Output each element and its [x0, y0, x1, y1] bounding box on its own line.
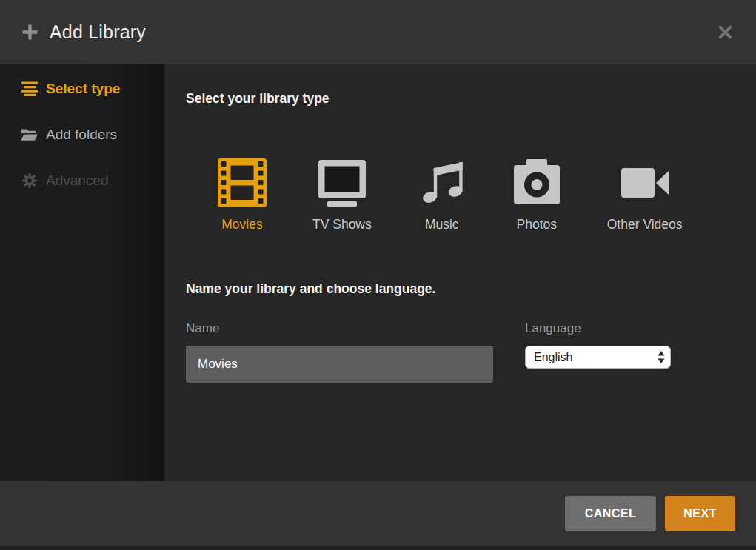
sidebar-item-add-folders[interactable]: Add folders	[0, 115, 164, 155]
dialog-header: Add Library	[0, 0, 756, 64]
library-type-label: Music	[425, 217, 459, 232]
select-arrows-icon	[658, 351, 665, 363]
gear-icon	[21, 173, 38, 188]
film-icon	[218, 158, 267, 207]
language-field-group: Language English	[525, 321, 671, 383]
sidebar-item-label: Add folders	[46, 126, 117, 144]
close-icon	[717, 24, 733, 40]
sidebar-item-select-type[interactable]: Select type	[0, 69, 164, 109]
name-label: Name	[186, 321, 493, 336]
dialog-title: Add Library	[50, 21, 146, 43]
fields-row: Name Language English	[186, 321, 756, 383]
tv-icon	[318, 158, 367, 207]
library-type-other-videos[interactable]: Other Videos	[607, 158, 683, 232]
sidebar-item-label: Advanced	[46, 172, 109, 190]
sidebar: Select type Add folders	[0, 64, 164, 481]
close-button[interactable]	[716, 24, 734, 41]
library-type-row: Movies TV Shows	[218, 158, 756, 232]
library-type-tv-shows[interactable]: TV Shows	[312, 158, 372, 232]
section-title-name-language: Name your library and choose language.	[186, 281, 756, 297]
add-library-dialog: Add Library Select type	[0, 0, 756, 550]
language-select-value: English	[534, 351, 572, 364]
cancel-button[interactable]: CANCEL	[565, 496, 656, 531]
sidebar-item-label: Select type	[46, 80, 120, 98]
plus-icon	[21, 24, 39, 41]
library-type-photos[interactable]: Photos	[512, 158, 561, 232]
video-camera-icon	[620, 158, 669, 207]
name-field-group: Name	[186, 321, 493, 383]
music-notes-icon	[418, 158, 466, 207]
list-icon	[21, 81, 38, 96]
folder-icon	[21, 128, 38, 141]
section-title-library-type: Select your library type	[186, 91, 756, 107]
camera-icon	[512, 158, 561, 207]
main-panel: Select your library type	[164, 64, 756, 481]
background-strip	[0, 546, 756, 550]
library-name-input[interactable]	[186, 346, 493, 383]
library-type-movies[interactable]: Movies	[218, 158, 267, 232]
library-type-music[interactable]: Music	[418, 158, 466, 232]
next-button[interactable]: NEXT	[665, 496, 735, 531]
library-type-label: TV Shows	[312, 217, 372, 232]
dialog-footer: CANCEL NEXT	[0, 481, 756, 546]
library-type-label: Movies	[221, 217, 262, 232]
library-type-label: Other Videos	[607, 217, 683, 232]
library-type-label: Photos	[517, 217, 557, 232]
language-label: Language	[525, 321, 671, 336]
language-select[interactable]: English	[525, 346, 671, 369]
sidebar-item-advanced[interactable]: Advanced	[0, 161, 164, 201]
